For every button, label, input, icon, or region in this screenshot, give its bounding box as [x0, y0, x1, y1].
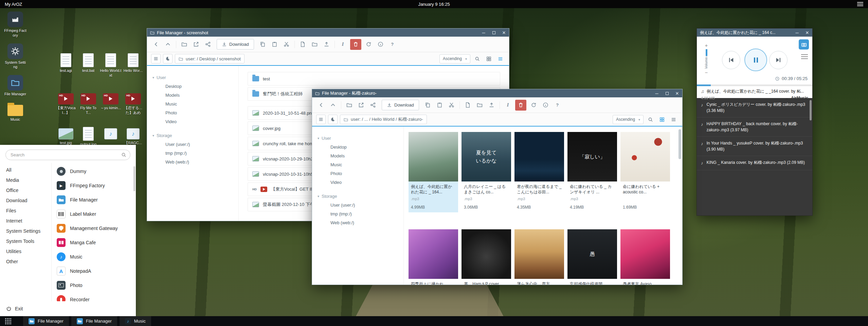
list-view-icon[interactable] [495, 54, 505, 63]
desktop-file-icon[interactable]: test.jpg [55, 126, 77, 147]
desktop-icon-file-manager[interactable]: File Manager [4, 75, 26, 97]
file-card[interactable]: 君が夜の海に還るまで _ こんにちは谷田... .mp3 4.35MB [514, 132, 564, 212]
up-button[interactable] [327, 100, 339, 111]
playlist-scrollbar[interactable] [810, 100, 812, 120]
taskbar-item[interactable]: File Manager [71, 316, 117, 326]
refresh-button[interactable] [528, 100, 539, 111]
app-item[interactable]: File Manager [52, 193, 136, 207]
file-card[interactable]: 裏 _ HamさP cover... [462, 229, 511, 285]
desktop-video-icon[interactable]: ～yu kimin... [100, 91, 122, 116]
help-button[interactable]: ? [387, 39, 398, 50]
new-file-button[interactable] [297, 39, 308, 50]
file-card[interactable]: 例えば、今此処に置かれた花に _ 164... .mp3 4.99MB [409, 132, 458, 212]
category-item[interactable]: Files [0, 206, 51, 216]
maximize-button[interactable] [489, 28, 499, 37]
help-button[interactable]: ? [552, 100, 563, 111]
desktop-file-icon[interactable]: 【RAGC... [122, 126, 144, 147]
path-field[interactable]: user: / ... / Hello World / 柘榴-zakuro- [340, 115, 427, 124]
sidebar-item[interactable]: Desktop [312, 142, 403, 151]
paste-button[interactable] [269, 39, 280, 50]
sidebar-storage-header[interactable]: ▾Storage [312, 192, 403, 200]
minimize-button[interactable]: ─ [792, 28, 802, 37]
category-item[interactable]: Download [0, 195, 51, 206]
playlist-item[interactable]: ♪KING _ Kanaria cover. by 柘榴-zakuro-.mp3… [697, 156, 812, 170]
desktop-video-icon[interactable]: Fly Me To T... [77, 91, 99, 116]
sidebar-item[interactable]: Models [147, 91, 238, 99]
sidebar-item[interactable]: tmp (tmp:/) [147, 149, 238, 157]
open-external-button[interactable] [356, 100, 367, 111]
path-field[interactable]: user: / Desktop / screenshot [175, 54, 245, 63]
search-icon[interactable] [472, 54, 482, 63]
desktop-file-icon[interactable]: output.log [77, 126, 99, 147]
app-item[interactable]: Dummy [52, 164, 136, 178]
new-folder-button[interactable] [309, 39, 320, 50]
file-card[interactable]: 「寂しい」 命に嫌われている _ カンザキイオリ ... .mp3 4.19MB [567, 132, 617, 212]
sidebar-user-header[interactable]: ▾User [147, 73, 238, 82]
copy-button[interactable] [422, 100, 433, 111]
grid-view-icon[interactable] [657, 115, 667, 124]
window-titlebar[interactable]: 例えば、今此処に置かれた花に _ 164 c... ─ ✕ [697, 28, 812, 37]
rename-button[interactable]: I [502, 100, 513, 111]
category-item[interactable]: System Tools [0, 236, 51, 246]
file-card[interactable]: 夏を見て いるかな 八月のレイニー _ はるまきごはん co... .mp3 3… [462, 132, 511, 212]
copy-button[interactable] [257, 39, 268, 50]
sidebar-item[interactable]: Web (web:/) [312, 218, 403, 227]
app-item[interactable]: Music [52, 250, 136, 264]
sidebar-item[interactable]: Photo [312, 169, 403, 178]
desktop-icon-music-folder[interactable]: Music [4, 102, 26, 122]
share-button[interactable] [202, 39, 214, 50]
paste-button[interactable] [434, 100, 445, 111]
grid-view-icon[interactable] [484, 54, 493, 63]
file-row[interactable]: test [248, 72, 500, 85]
close-button[interactable]: ✕ [802, 28, 812, 37]
file-card[interactable]: 薄ら氷心中 _ 貴方... [514, 229, 564, 285]
share-button[interactable] [367, 100, 379, 111]
dark-mode-button[interactable] [163, 54, 173, 63]
file-card[interactable]: 四季折々に擁かれ... [409, 229, 458, 285]
sidebar-item[interactable]: User (user:/) [147, 140, 238, 149]
taskbar-item[interactable]: Music [120, 316, 151, 326]
file-card[interactable]: 命に嫌われている + acoustic co... 1.69MB [620, 132, 670, 212]
desktop-file-icon[interactable]: test.agi [55, 52, 77, 78]
download-button[interactable]: Download [382, 100, 419, 110]
new-folder-button[interactable] [474, 100, 485, 111]
playlist-item[interactable]: ♪HAPPY BIRTHDAY _ back number cover. by … [697, 117, 812, 137]
category-item[interactable]: Internet [0, 216, 51, 226]
player-menu-icon[interactable] [801, 54, 808, 59]
exit-button[interactable]: Exit [0, 301, 136, 316]
category-item[interactable]: Media [0, 175, 51, 185]
category-item[interactable]: Utilities [0, 246, 51, 256]
sidebar-item[interactable]: Video [147, 117, 238, 126]
open-button[interactable] [344, 100, 355, 111]
desktop-file-icon[interactable]: Hello World.txt [100, 52, 122, 78]
delete-button[interactable] [350, 39, 361, 50]
app-launcher-icon[interactable] [5, 318, 12, 325]
delete-button[interactable] [515, 100, 526, 111]
back-button[interactable] [150, 39, 162, 50]
app-item[interactable]: Photo [52, 278, 136, 292]
info-button[interactable] [540, 100, 551, 111]
app-item[interactable]: Manga Cafe [52, 235, 136, 250]
previous-track-button[interactable] [722, 51, 740, 69]
close-button[interactable]: ✕ [499, 28, 509, 37]
sidebar-item[interactable]: Desktop [147, 82, 238, 91]
up-button[interactable] [162, 39, 174, 50]
menu-toggle-button[interactable] [151, 54, 161, 63]
minimize-button[interactable]: ─ [652, 89, 662, 97]
pause-button[interactable] [744, 49, 767, 71]
sidebar-item[interactable]: Video [312, 178, 403, 187]
info-button[interactable] [375, 39, 386, 50]
sidebar-item[interactable]: Web (web:/) [147, 157, 238, 166]
new-file-button[interactable] [462, 100, 473, 111]
category-item[interactable]: Office [0, 185, 51, 195]
minimize-button[interactable]: ─ [478, 28, 489, 37]
sidebar-item[interactable]: Music [312, 160, 403, 169]
cut-button[interactable] [446, 100, 457, 111]
search-icon[interactable] [646, 115, 655, 124]
sidebar-item[interactable]: tmp (tmp:/) [312, 209, 403, 218]
cut-button[interactable] [281, 39, 292, 50]
app-item[interactable]: Label Maker [52, 207, 136, 221]
menu-scrollbar[interactable] [133, 166, 135, 191]
list-view-icon[interactable] [669, 115, 678, 124]
next-track-button[interactable] [769, 51, 788, 69]
